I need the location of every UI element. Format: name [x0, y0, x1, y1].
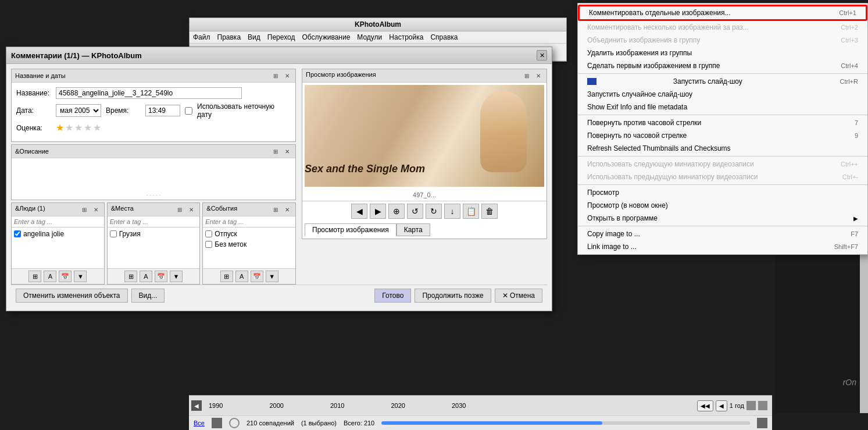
timeline-nav-prev-prev[interactable]: ◀◀: [697, 400, 713, 411]
name-dates-icon-close[interactable]: ✕: [283, 71, 292, 80]
people-tag-check-angelina[interactable]: [14, 230, 21, 237]
delete-image-button[interactable]: 🗑: [481, 204, 498, 219]
people-btn-a[interactable]: A: [44, 271, 56, 282]
places-btn-filter[interactable]: ▼: [170, 271, 183, 282]
events-icon-close[interactable]: ✕: [283, 205, 292, 214]
timeline-nav-prev[interactable]: ◀: [716, 400, 727, 411]
ctx-item-comment-single[interactable]: Комментировать отдельные изображения... …: [578, 5, 867, 21]
desc-icon-restore[interactable]: ⊞: [271, 147, 280, 156]
events-tag-item-vacation[interactable]: Отпуск: [205, 229, 293, 239]
menu-view[interactable]: Вид: [248, 33, 260, 41]
menu-file[interactable]: Файл: [193, 33, 210, 41]
places-btn-grid[interactable]: ⊞: [124, 271, 137, 282]
status-icon-save[interactable]: [212, 418, 222, 428]
people-btn-calendar[interactable]: 📅: [59, 271, 72, 282]
star-1[interactable]: ★: [56, 122, 64, 133]
ctx-item-group-images[interactable]: Объединить изображения в группу Ctrl+3: [578, 34, 867, 47]
ctx-item-exif[interactable]: Show Exif Info and file metadata: [578, 101, 867, 113]
ctx-item-rotate-cw[interactable]: Повернуть по часовой стрелке 9: [578, 129, 867, 142]
ctx-item-remove-from-group[interactable]: Удалить изображения из группы: [578, 47, 867, 59]
ctx-item-copy-image[interactable]: Copy image to ... F7: [578, 228, 867, 240]
postpone-button[interactable]: Продолжить позже: [415, 289, 491, 303]
people-icon-restore[interactable]: ⊞: [80, 205, 89, 214]
events-icon-restore[interactable]: ⊞: [271, 205, 280, 214]
people-tag-input[interactable]: [12, 216, 104, 228]
events-btn-filter[interactable]: ▼: [266, 271, 278, 282]
ctx-item-open-in-program[interactable]: Открыть в программе: [578, 212, 867, 225]
star-2[interactable]: ★: [65, 122, 73, 133]
places-btn-a[interactable]: A: [140, 271, 152, 282]
ctx-item-rotate-ccw[interactable]: Повернуть против часовой стрелки 7: [578, 116, 867, 129]
done-button[interactable]: Готово: [374, 289, 411, 303]
ctx-item-next-video-thumb[interactable]: Использовать следующую миниатюру видеоза…: [578, 158, 867, 170]
people-tag-item-angelina[interactable]: angelina jolie: [14, 229, 102, 239]
menu-service[interactable]: Обслуживание: [302, 33, 350, 41]
places-icon-close[interactable]: ✕: [187, 205, 196, 214]
rating-stars[interactable]: ★ ★ ★ ★ ★: [56, 122, 101, 133]
ctx-item-link-image[interactable]: Link image to ... Shift+F7: [578, 240, 867, 253]
rotate-ccw-button[interactable]: ↺: [407, 204, 423, 219]
rotate-cw-button[interactable]: ↻: [426, 204, 442, 219]
timeline-collapse-button[interactable]: ◀: [191, 400, 202, 411]
star-4[interactable]: ★: [84, 122, 92, 133]
status-icon-grid[interactable]: [757, 418, 767, 428]
places-btn-calendar[interactable]: 📅: [155, 271, 167, 282]
preview-icon-close[interactable]: ✕: [534, 71, 543, 80]
places-icon-restore[interactable]: ⊞: [175, 205, 184, 214]
ctx-item-comment-multi[interactable]: Комментировать несколько изображений за …: [578, 21, 867, 34]
date-select[interactable]: мая 2005: [56, 104, 101, 117]
approx-date-checkbox[interactable]: [185, 107, 192, 115]
menu-edit[interactable]: Правка: [217, 33, 241, 41]
tab-map[interactable]: Карта: [397, 223, 430, 236]
view-button[interactable]: Вид...: [131, 289, 165, 303]
events-btn-calendar[interactable]: 📅: [251, 271, 263, 282]
desc-icon-close[interactable]: ✕: [283, 147, 292, 156]
status-all-link[interactable]: Все: [194, 420, 205, 427]
menu-modules[interactable]: Модули: [357, 33, 382, 41]
timeline-zoom-out[interactable]: [758, 401, 767, 410]
people-btn-grid[interactable]: ⊞: [28, 271, 41, 282]
ctx-item-prev-video-thumb[interactable]: Использовать предыдущую миниатюру видеоз…: [578, 170, 867, 183]
name-dates-icon-restore[interactable]: ⊞: [271, 71, 280, 80]
events-btn-grid[interactable]: ⊞: [220, 271, 233, 282]
dialog-close-button[interactable]: ✕: [537, 50, 547, 61]
events-tag-check-vacation[interactable]: [205, 230, 212, 237]
ctx-item-slideshow[interactable]: Запустить слайд-шоу Ctrl+R: [578, 75, 867, 88]
menubar[interactable]: Файл Правка Вид Переход Обслуживание Мод…: [190, 31, 566, 44]
time-input[interactable]: [145, 105, 180, 116]
description-resize-handle[interactable]: · · · · ·: [12, 192, 295, 200]
timeline-zoom-in[interactable]: [746, 401, 756, 410]
menu-nav[interactable]: Переход: [267, 33, 295, 41]
save-image-button[interactable]: ↓: [444, 204, 460, 219]
people-icon-close[interactable]: ✕: [91, 205, 101, 214]
events-tag-input[interactable]: [203, 216, 295, 228]
people-btn-filter[interactable]: ▼: [74, 271, 87, 282]
places-tag-input[interactable]: [108, 216, 200, 228]
events-btn-a[interactable]: A: [235, 271, 248, 282]
zoom-in-button[interactable]: ⊕: [388, 204, 405, 219]
reset-button[interactable]: Отменить изменения объекта: [16, 289, 128, 303]
star-3[interactable]: ★: [74, 122, 83, 133]
cancel-button[interactable]: ✕ Отмена: [495, 289, 542, 303]
places-tag-check-georgia[interactable]: [110, 230, 117, 237]
ctx-label-rotate-cw: Повернуть по часовой стрелке: [587, 132, 687, 140]
ctx-item-refresh-thumbs[interactable]: Refresh Selected Thumbnails and Checksum…: [578, 142, 867, 155]
preview-icon-restore[interactable]: ⊞: [522, 71, 531, 80]
prev-image-button[interactable]: ◀: [351, 204, 367, 219]
copy-image-button[interactable]: 📋: [463, 204, 479, 219]
ctx-item-random-slideshow[interactable]: Запустить случайное слайд-шоу: [578, 88, 867, 101]
events-tag-item-no-tags[interactable]: Без меток: [205, 239, 293, 250]
description-input[interactable]: [12, 158, 295, 190]
events-tag-check-no-tags[interactable]: [205, 241, 212, 248]
star-5[interactable]: ★: [93, 122, 101, 133]
ctx-item-set-first[interactable]: Сделать первым изображением в группе Ctr…: [578, 59, 867, 72]
ctx-item-preview-new-window[interactable]: Просмотр (в новом окне): [578, 199, 867, 212]
name-input[interactable]: [56, 87, 242, 99]
ctx-item-preview[interactable]: Просмотр: [578, 186, 867, 199]
status-icon-refresh[interactable]: [229, 418, 240, 428]
next-image-button[interactable]: ▶: [370, 204, 386, 219]
tab-preview[interactable]: Просмотр изображения: [305, 223, 397, 236]
places-tag-item-georgia[interactable]: Грузия: [110, 229, 198, 239]
menu-help[interactable]: Справка: [430, 33, 458, 41]
menu-settings[interactable]: Настройка: [389, 33, 423, 41]
